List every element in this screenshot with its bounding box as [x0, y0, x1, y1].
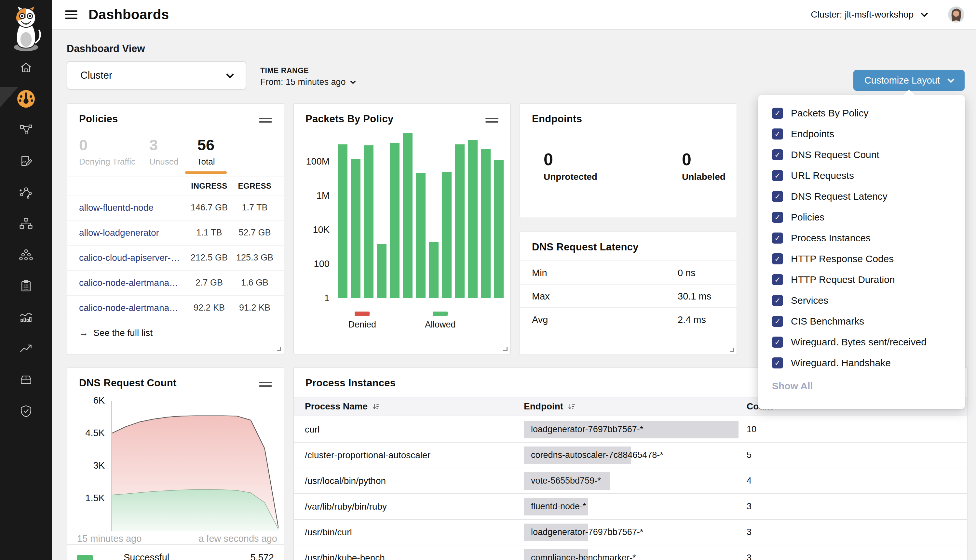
- dropdown-widget-toggle[interactable]: ✓ Packets By Policy: [772, 103, 965, 123]
- checkbox-checked-icon[interactable]: ✓: [772, 191, 783, 202]
- process-row: /var/lib/ruby/bin/ruby fluentd-node-* 3: [294, 494, 967, 520]
- packets-bar-chart: [338, 127, 504, 298]
- checkbox-checked-icon[interactable]: ✓: [772, 316, 783, 327]
- see-full-list-link[interactable]: →See the full list: [79, 328, 153, 338]
- checkbox-checked-icon[interactable]: ✓: [772, 357, 783, 368]
- policy-name-link[interactable]: allow-fluentd-node: [79, 203, 185, 213]
- sidebar-item-activity[interactable]: [0, 302, 52, 333]
- dropdown-item-label: DNS Request Latency: [791, 191, 888, 202]
- endpoint-cell: loadgenerator-7697bb7567-*: [524, 417, 643, 442]
- sidebar-item-network-flows[interactable]: [0, 177, 52, 208]
- stat-unprotected: 0 Unprotected: [544, 150, 597, 182]
- allowed-bar: [429, 242, 439, 298]
- x-axis-label-start: 15 minutes ago: [77, 533, 142, 544]
- latency-metric-value: 30.1 ms: [678, 291, 711, 302]
- latency-row: Min 0 ns: [520, 260, 737, 284]
- checkbox-checked-icon[interactable]: ✓: [772, 149, 783, 160]
- workloads-cluster-icon: [19, 248, 33, 262]
- drag-handle-icon[interactable]: [485, 118, 499, 125]
- drag-handle-icon[interactable]: [259, 118, 272, 125]
- legend-allowed[interactable]: Allowed: [425, 312, 456, 330]
- dropdown-widget-toggle[interactable]: ✓ DNS Request Latency: [772, 186, 965, 207]
- dropdown-widget-toggle[interactable]: ✓ DNS Request Count: [772, 144, 965, 165]
- checkbox-checked-icon[interactable]: ✓: [772, 253, 783, 264]
- hamburger-menu-icon[interactable]: [65, 8, 77, 21]
- policy-egress-value: 1.6 GB: [234, 278, 276, 288]
- sort-icon: [567, 402, 576, 411]
- sidebar-item-home[interactable]: [0, 52, 52, 83]
- sidebar-item-security[interactable]: [0, 395, 52, 427]
- checkbox-checked-icon[interactable]: ✓: [772, 170, 783, 181]
- customize-layout-button[interactable]: Customize Layout: [853, 70, 964, 91]
- dropdown-item-label: Wireguard. Handshake: [791, 357, 891, 368]
- dropdown-widget-toggle[interactable]: ✓ Endpoints: [772, 123, 965, 144]
- sidebar-item-packages[interactable]: [0, 364, 52, 395]
- drag-handle-icon[interactable]: [259, 382, 272, 389]
- dropdown-widget-toggle[interactable]: ✓ URL Requests: [772, 165, 965, 186]
- endpoint-column-header[interactable]: Endpoint: [524, 397, 576, 416]
- policy-name-link[interactable]: calico-cloud-apiserver-…: [79, 253, 185, 263]
- checkbox-checked-icon[interactable]: ✓: [772, 274, 783, 285]
- policy-name-link[interactable]: calico-node-alertmana…: [79, 303, 185, 313]
- dropdown-widget-toggle[interactable]: ✓ Wireguard. Bytes sent/received: [772, 332, 965, 353]
- dropdown-widget-toggle[interactable]: ✓ Services: [772, 290, 965, 311]
- resize-handle[interactable]: [730, 348, 734, 352]
- checkbox-checked-icon[interactable]: ✓: [772, 212, 783, 223]
- policy-name-link[interactable]: calico-node-alertmana…: [79, 278, 185, 288]
- dropdown-widget-toggle[interactable]: ✓ HTTP Request Duration: [772, 269, 965, 290]
- process-name-cell: /usr/local/bin/python: [305, 468, 386, 493]
- checkbox-checked-icon[interactable]: ✓: [772, 337, 783, 348]
- sidebar-item-cluster-nodes[interactable]: [0, 208, 52, 239]
- dropdown-item-label: Endpoints: [791, 128, 834, 140]
- dashboard-view-select[interactable]: Cluster: [67, 61, 246, 90]
- checkbox-checked-icon[interactable]: ✓: [772, 233, 783, 243]
- egress-column-header[interactable]: EGRESS: [234, 182, 276, 190]
- policy-egress-value: 52.7 GB: [234, 228, 276, 238]
- stat-total[interactable]: 56 Total: [185, 137, 227, 174]
- y-tick-label: 3K: [67, 460, 105, 471]
- allowed-swatch: [433, 312, 448, 316]
- dropdown-item-list: ✓ Packets By Policy ✓ Endpoints ✓ DNS Re…: [758, 95, 965, 373]
- sidebar-item-compliance[interactable]: [0, 270, 52, 302]
- resize-handle[interactable]: [277, 347, 281, 351]
- resize-handle[interactable]: [503, 347, 507, 351]
- service-graph-icon: [19, 123, 33, 137]
- dns-count-area-chart: [111, 401, 278, 531]
- dropdown-widget-toggle[interactable]: ✓ HTTP Response Codes: [772, 248, 965, 269]
- cluster-selector[interactable]: Cluster: jlt-msft-workshop: [811, 10, 929, 20]
- stat-unused[interactable]: 3 Unused: [149, 137, 185, 174]
- allowed-bar: [468, 140, 477, 298]
- show-all-link[interactable]: Show All: [772, 380, 965, 392]
- policy-egress-value: 91.2 KB: [234, 303, 276, 313]
- policy-name-link[interactable]: allow-loadgenerator: [79, 228, 185, 238]
- user-avatar[interactable]: [948, 7, 964, 23]
- latency-metric-value: 2.4 ms: [678, 315, 706, 325]
- sidebar-item-policies[interactable]: [0, 146, 52, 177]
- dns-count-legend-row[interactable]: Successful 5,572: [67, 544, 284, 560]
- sidebar-item-trends[interactable]: [0, 333, 52, 364]
- dropdown-widget-toggle[interactable]: ✓ CIS Benchmarks: [772, 311, 965, 332]
- sidebar-item-dashboards[interactable]: [0, 83, 52, 115]
- dropdown-widget-toggle[interactable]: ✓ Policies: [772, 207, 965, 228]
- ingress-column-header[interactable]: INGRESS: [185, 182, 234, 190]
- checkbox-checked-icon[interactable]: ✓: [772, 295, 783, 306]
- stat-denying-traffic[interactable]: 0 Denying Traffic: [79, 137, 149, 174]
- count-cell: 5: [747, 443, 751, 468]
- calico-cat-logo[interactable]: [7, 4, 45, 52]
- process-name-column-header[interactable]: Process Name: [305, 397, 380, 416]
- allowed-bar: [390, 143, 399, 298]
- sidebar-item-service-graph[interactable]: [0, 115, 52, 146]
- policy-row: allow-fluentd-node 146.7 GB 1.7 TB: [67, 195, 284, 220]
- legend-denied[interactable]: Denied: [348, 312, 376, 330]
- policy-row: calico-node-alertmana… 2.7 GB 1.6 GB: [67, 270, 284, 295]
- network-molecule-icon: [19, 185, 33, 200]
- dropdown-widget-toggle[interactable]: ✓ Process Instances: [772, 228, 965, 248]
- time-range-control[interactable]: TIME RANGE From: 15 minutes ago: [260, 66, 356, 87]
- successful-label: Successful: [123, 552, 169, 560]
- latency-metric-value: 0 ns: [678, 268, 696, 278]
- dropdown-widget-toggle[interactable]: ✓ Wireguard. Handshake: [772, 353, 965, 373]
- sidebar-item-workloads[interactable]: [0, 239, 52, 270]
- endpoints-card-title: Endpoints: [532, 113, 582, 125]
- checkbox-checked-icon[interactable]: ✓: [772, 128, 783, 140]
- checkbox-checked-icon[interactable]: ✓: [772, 108, 783, 119]
